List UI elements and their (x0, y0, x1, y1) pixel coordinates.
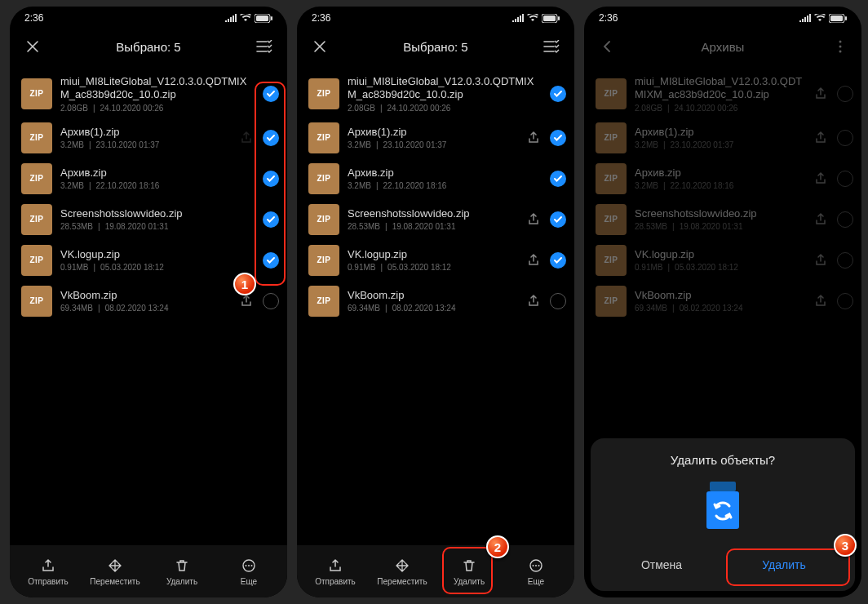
checkbox-checked-icon[interactable] (263, 252, 279, 269)
share-icon[interactable] (527, 254, 540, 267)
action-more[interactable]: Еще (503, 557, 569, 586)
svg-point-11 (533, 565, 534, 566)
signal-icon (799, 14, 811, 22)
svg-rect-2 (271, 16, 272, 20)
signal-icon (512, 14, 524, 22)
file-row[interactable]: ZIP Архив(1).zip3.2MB|23.10.2020 01:37 (10, 118, 287, 158)
phone-3: 2:36 Архивы ZIP miui_MI8LiteGlobal_V12.0… (584, 7, 861, 597)
status-right (225, 14, 272, 23)
svg-rect-21 (706, 491, 739, 529)
share-icon[interactable] (240, 131, 253, 144)
svg-rect-20 (710, 482, 736, 491)
zip-file-icon: ZIP (308, 122, 339, 153)
share-icon[interactable] (240, 295, 253, 308)
checkbox-checked-icon[interactable] (550, 86, 566, 102)
file-row[interactable]: ZIP Архив.zip3.2MB|22.10.2020 18:16 (10, 158, 287, 199)
phone-1: 2:36 Выбрано: 5 ZIP miui_MI8LiteGlobal_V… (10, 7, 287, 597)
svg-rect-15 (830, 16, 843, 21)
more-icon (528, 557, 544, 574)
action-delete[interactable]: Удалить (148, 557, 215, 586)
status-time: 2:36 (312, 12, 330, 24)
checkbox-unchecked-icon[interactable] (550, 293, 566, 309)
zip-file-icon: ZIP (21, 245, 52, 276)
header-title: Выбрано: 5 (297, 40, 574, 54)
delete-confirm-dialog: Удалить объекты? Отмена Удалить (591, 438, 855, 591)
select-all-button[interactable] (253, 35, 276, 58)
move-icon (394, 557, 410, 574)
svg-rect-1 (256, 16, 268, 21)
file-meta: 2.08GB|24.10.2020 00:26 (60, 104, 255, 113)
action-send[interactable]: Отправить (15, 557, 82, 586)
svg-rect-8 (543, 16, 556, 21)
file-row[interactable]: ZIP Screenshotsslowvideo.zip28.53MB|19.0… (297, 199, 574, 240)
status-time: 2:36 (599, 12, 618, 24)
checkbox-checked-icon[interactable] (550, 130, 566, 146)
wifi-icon (527, 14, 538, 22)
svg-point-12 (535, 565, 537, 566)
file-name: miui_MI8LiteGlobal_V12.0.3.0.QDTMIXM_ac8… (60, 75, 255, 102)
checkbox-checked-icon[interactable] (550, 171, 566, 187)
zip-file-icon: ZIP (21, 204, 52, 235)
header-title: Выбрано: 5 (10, 40, 287, 54)
battery-icon (829, 14, 847, 23)
close-button[interactable] (308, 35, 331, 58)
checkbox-checked-icon[interactable] (263, 86, 279, 102)
wifi-icon (240, 14, 251, 22)
file-row[interactable]: ZIP VK.logup.zip0.91MB|05.03.2020 18:12 (10, 240, 287, 281)
checkbox-checked-icon[interactable] (550, 211, 566, 228)
close-button[interactable] (21, 35, 44, 58)
signal-icon (225, 14, 237, 22)
zip-file-icon: ZIP (308, 78, 339, 109)
status-bar: 2:36 (10, 7, 287, 29)
recycle-bin-icon (600, 477, 845, 534)
send-icon (327, 557, 343, 574)
bottom-action-bar: Отправить Переместить Удалить Еще (10, 545, 287, 597)
trash-icon (461, 557, 477, 574)
battery-icon (542, 14, 560, 23)
action-move[interactable]: Переместить (369, 557, 436, 586)
share-icon[interactable] (527, 295, 540, 308)
bottom-action-bar: Отправить Переместить Удалить Еще (297, 545, 574, 597)
file-row[interactable]: ZIP Архив(1).zip3.2MB|23.10.2020 01:37 (297, 118, 574, 158)
share-icon[interactable] (527, 131, 540, 144)
file-row[interactable]: ZIP VkBoom.zip69.34MB|08.02.2020 13:24 (297, 281, 574, 322)
select-all-button[interactable] (540, 35, 563, 58)
action-delete[interactable]: Удалить (436, 557, 503, 586)
checkbox-checked-icon[interactable] (263, 171, 279, 187)
action-more[interactable]: Еще (215, 557, 282, 586)
share-icon[interactable] (527, 213, 540, 226)
action-move[interactable]: Переместить (82, 557, 148, 586)
zip-file-icon: ZIP (21, 163, 52, 194)
header: Выбрано: 5 (297, 29, 574, 64)
action-send[interactable]: Отправить (302, 557, 369, 586)
zip-file-icon: ZIP (308, 163, 339, 194)
trash-icon (174, 557, 190, 574)
checkbox-checked-icon[interactable] (263, 130, 279, 146)
checkbox-checked-icon[interactable] (550, 252, 566, 269)
dialog-buttons: Отмена Удалить (600, 547, 845, 583)
checkbox-unchecked-icon[interactable] (263, 293, 279, 309)
status-bar: 2:36 (584, 7, 861, 29)
file-row[interactable]: ZIP Архив.zip3.2MB|22.10.2020 18:16 (297, 158, 574, 199)
file-list: ZIP miui_MI8LiteGlobal_V12.0.3.0.QDTMIXM… (10, 64, 287, 545)
dialog-delete-button[interactable]: Удалить (723, 547, 845, 583)
more-icon (241, 557, 257, 574)
dialog-cancel-button[interactable]: Отмена (600, 547, 723, 583)
file-row[interactable]: ZIP VkBoom.zip69.34MB|08.02.2020 13:24 (10, 281, 287, 322)
zip-file-icon: ZIP (21, 122, 52, 153)
file-row[interactable]: ZIP VK.logup.zip0.91MB|05.03.2020 18:12 (297, 240, 574, 281)
checkbox-checked-icon[interactable] (263, 211, 279, 228)
phone-2: 2:36 Выбрано: 5 ZIP miui_MI8LiteGlobal_V… (297, 7, 574, 597)
svg-point-13 (538, 565, 540, 566)
status-time: 2:36 (24, 12, 43, 24)
send-icon (40, 557, 56, 574)
dialog-title: Удалить объекты? (600, 453, 845, 467)
status-bar: 2:36 (297, 7, 574, 29)
file-row[interactable]: ZIP miui_MI8LiteGlobal_V12.0.3.0.QDTMIXM… (10, 70, 287, 118)
file-row[interactable]: ZIP miui_MI8LiteGlobal_V12.0.3.0.QDTMIXM… (297, 70, 574, 118)
svg-point-6 (251, 565, 253, 566)
battery-icon (255, 14, 272, 23)
wifi-icon (814, 14, 826, 22)
zip-file-icon: ZIP (21, 286, 52, 317)
file-row[interactable]: ZIP Screenshotsslowvideo.zip28.53MB|19.0… (10, 199, 287, 240)
